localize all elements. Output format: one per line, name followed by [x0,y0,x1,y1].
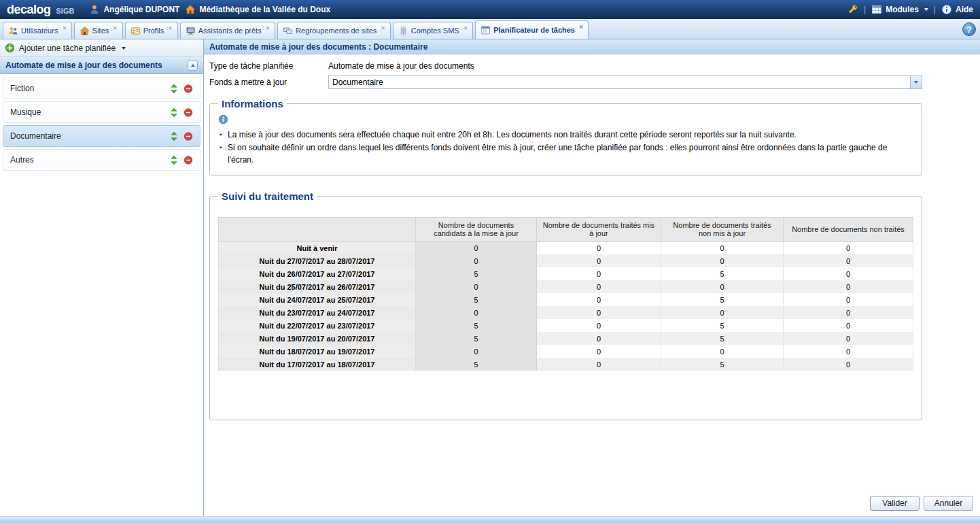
task-item-fiction[interactable]: Fiction [3,78,200,99]
cell: 0 [784,293,913,306]
cell: 5 [661,267,784,280]
task-item-label: Fiction [10,84,34,93]
fonds-selected-value: Documentaire [332,78,383,87]
close-icon[interactable]: × [62,24,66,32]
cell: 0 [416,345,537,358]
table-row: Nuit du 18/07/2017 au 19/07/20170000 [219,345,913,358]
panel-body: Type de tâche planifiée Automate de mise… [204,54,980,516]
info-bubble-icon [218,114,228,124]
task-item-documentaire[interactable]: Documentaire [3,125,200,147]
row-label: Nuit du 27/07/2017 au 28/07/2017 [219,254,416,267]
task-item-autres[interactable]: Autres [3,149,200,171]
table-row: Nuit du 27/07/2017 au 28/07/20170000 [219,254,913,267]
table-row: Nuit du 26/07/2017 au 27/07/20175050 [219,267,913,280]
suivi-legend: Suivi du traitement [218,190,317,202]
add-task-button[interactable]: Ajouter une tâche planifiée [0,39,203,57]
fonds-row: Fonds à mettre à jour Documentaire [209,75,975,89]
chevron-down-icon [122,47,126,50]
row-label: Nuit du 19/07/2017 au 20/07/2017 [219,332,416,345]
info-bullet: La mise à jour des documents sera effect… [218,129,913,141]
application-window: decalog SIGB Angélique DUPONT Médiathèqu… [0,0,980,523]
tab-bar: Utilisateurs×Sites×Profils×Assistants de… [0,19,980,39]
tab-regroupements-de-sites[interactable]: Regroupements de sites× [277,22,391,39]
close-icon[interactable]: × [113,24,117,32]
users-icon [8,26,18,36]
task-type-label: Type de tâche planifiée [209,61,328,71]
sigb-label: SIGB [56,7,75,15]
remove-icon[interactable] [183,84,193,94]
column-header-1[interactable]: Nombre de documents candidats à la mise … [416,217,537,241]
cell: 0 [784,332,913,345]
cell: 0 [537,293,661,306]
reorder-icon[interactable] [169,131,179,141]
cell: 0 [661,241,784,254]
modules-menu-button[interactable]: Modules [871,4,928,15]
close-icon[interactable]: × [579,23,583,31]
fonds-select[interactable]: Documentaire [328,75,922,89]
cell: 0 [537,241,661,254]
info-list: La mise à jour des documents sera effect… [218,129,913,167]
close-icon[interactable]: × [266,24,270,32]
remove-icon[interactable] [183,107,193,118]
reorder-icon[interactable] [169,84,179,94]
tab-sites[interactable]: Sites× [74,22,123,39]
bottom-strip [0,516,980,523]
cell: 0 [784,358,913,371]
reorder-icon[interactable] [169,107,179,118]
annuler-button[interactable]: Annuler [924,496,973,511]
help-button[interactable]: ? [962,22,976,36]
table-row: Nuit à venir0000 [219,241,913,254]
cell: 5 [416,267,537,280]
tab-comptes-sms[interactable]: Comptes SMS× [393,22,473,39]
cell: 0 [537,306,661,319]
row-label: Nuit du 25/07/2017 au 26/07/2017 [219,280,416,293]
row-label: Nuit à venir [219,241,416,254]
column-header-2[interactable]: Nombre de documents traités mis à jour [537,217,661,241]
section-header: Automate de mise à jour des documents [0,57,203,74]
topbar-right: | Modules | Aide [847,4,973,15]
remove-icon[interactable] [183,155,193,165]
task-item-musique[interactable]: Musique [3,101,200,123]
cell: 0 [784,319,913,332]
cell: 0 [661,280,784,293]
reorder-icon[interactable] [169,155,179,165]
task-item-actions [169,155,193,165]
tab-utilisateurs[interactable]: Utilisateurs× [3,22,72,39]
task-item-label: Musique [10,107,41,117]
tab-planificateur-de-taches[interactable]: Planificateur de tâches× [475,20,589,39]
table-row: Nuit du 24/07/2017 au 25/07/20175050 [219,293,913,306]
tools-icon[interactable] [847,4,858,15]
cell: 0 [416,241,537,254]
cell: 0 [784,267,913,280]
tab-label: Profils [143,27,164,35]
help-menu-button[interactable]: Aide [941,4,973,15]
table-row: Nuit du 19/07/2017 au 20/07/20175050 [219,332,913,345]
current-site: Médiathèque de la Vallée du Doux [185,4,330,15]
informations-fieldset: Informations La mise à jour des document… [209,98,922,175]
close-icon[interactable]: × [463,24,468,32]
column-header-4[interactable]: Nombre de documents non traités [784,217,913,241]
site-name: Médiathèque de la Vallée du Doux [199,5,330,14]
tab-label: Regroupements de sites [296,27,377,35]
tab-profils[interactable]: Profils× [125,22,178,39]
sms-accounts-icon [398,26,408,36]
select-arrow-icon[interactable] [910,76,922,88]
close-icon[interactable]: × [381,24,385,32]
close-icon[interactable]: × [168,24,172,32]
cell: 5 [661,293,784,306]
row-label: Nuit du 23/07/2017 au 24/07/2017 [219,306,416,319]
tab-strip: Utilisateurs×Sites×Profils×Assistants de… [3,19,589,39]
main-panel: Automate de mise à jour des documents : … [204,39,980,516]
profils-icon [130,26,141,36]
tab-label: Planificateur de tâches [493,26,575,34]
tab-assistants-de-prets[interactable]: Assistants de prêts× [180,22,275,39]
section-title: Automate de mise à jour des documents [5,61,162,70]
row-label: Nuit du 22/07/2017 au 23/07/2017 [219,319,416,332]
tab-label: Sites [92,27,109,35]
cell: 0 [784,241,913,254]
loan-assistants-icon [186,26,196,36]
collapse-button[interactable] [188,61,198,71]
valider-button[interactable]: Valider [870,496,920,511]
column-header-3[interactable]: Nombre de documents traités non mis à jo… [661,217,784,241]
remove-icon[interactable] [183,131,193,141]
